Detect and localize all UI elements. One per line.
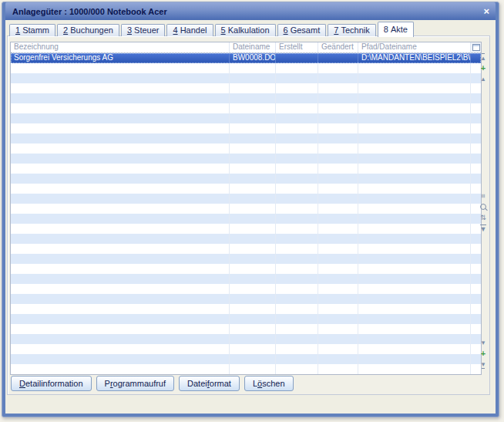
column-header-dateiname[interactable]: Dateiname	[230, 42, 276, 52]
cell-erstellt	[276, 53, 318, 63]
cell-pfad-dateiname	[358, 174, 471, 184]
cell-bezeichnung	[11, 174, 230, 184]
table-row[interactable]	[11, 324, 481, 334]
table-row[interactable]	[11, 143, 481, 154]
cell-dateiname	[230, 354, 276, 364]
cell-erstellt	[276, 224, 318, 234]
cell-geändert	[318, 83, 358, 93]
table-row[interactable]	[11, 123, 481, 133]
table-row[interactable]	[11, 83, 481, 93]
tab-key: 3	[127, 25, 132, 35]
cell-pfad-dateiname	[358, 324, 471, 334]
cell-dateiname	[230, 113, 276, 123]
cell-bezeichnung	[11, 214, 230, 224]
table-row[interactable]	[11, 73, 481, 83]
search-icon[interactable]	[480, 203, 486, 211]
table-row[interactable]	[11, 234, 481, 244]
cell-bezeichnung	[11, 254, 230, 264]
table-row[interactable]	[11, 194, 481, 204]
table-row[interactable]	[11, 113, 481, 123]
scroll-to-bottom-icon[interactable]: ▾	[482, 360, 486, 368]
table-header: BezeichnungDateinameErstelltGeändertPfad…	[11, 42, 481, 53]
akte-tab-panel: BezeichnungDateinameErstelltGeändertPfad…	[7, 35, 490, 395]
table-row[interactable]	[11, 224, 481, 234]
cell-pfad-dateiname	[358, 93, 471, 103]
table-row[interactable]	[11, 314, 481, 324]
cell-pfad-dateiname	[358, 123, 471, 133]
anlagegueter-window: Anlagegüter : 1000/000 Notebook Acer × 1…	[2, 2, 499, 417]
cell-bezeichnung	[11, 133, 230, 143]
table-row[interactable]	[11, 174, 481, 184]
table-row[interactable]	[11, 214, 481, 224]
detailinformation-button[interactable]: Detailinformation	[11, 376, 92, 391]
cell-erstellt	[276, 63, 318, 73]
tab-gesamt[interactable]: 6 Gesamt	[277, 24, 327, 36]
loeschen-button[interactable]: Löschen	[244, 376, 294, 391]
cell-bezeichnung	[11, 63, 230, 73]
table-row[interactable]	[11, 294, 481, 304]
cell-pfad-dateiname	[358, 364, 471, 374]
dateiformat-button[interactable]: Dateiformat	[179, 376, 240, 391]
table-row[interactable]	[11, 364, 481, 374]
table-row[interactable]	[11, 63, 481, 73]
programmaufruf-button[interactable]: Programmaufruf	[96, 376, 175, 391]
table-row[interactable]	[11, 354, 481, 364]
cell-bezeichnung	[11, 113, 230, 123]
tab-technik[interactable]: 7 Technik	[328, 24, 375, 36]
table-row[interactable]	[11, 164, 481, 174]
cell-bezeichnung	[11, 354, 230, 364]
sort-icon[interactable]: ⇅	[480, 214, 486, 221]
table-row[interactable]	[11, 284, 481, 294]
cell-dateiname	[230, 194, 276, 204]
cell-geändert	[318, 93, 358, 103]
columns-icon[interactable]: ≡	[481, 192, 485, 200]
cell-erstellt	[276, 234, 318, 244]
scroll-down-icon[interactable]: ▾	[482, 339, 486, 346]
table-row[interactable]	[11, 254, 481, 264]
table-row[interactable]	[11, 244, 481, 254]
table-body: Sorgenfrei Versicherungs AGBW0008.DOCD:\…	[11, 53, 481, 374]
add-top-icon[interactable]: +	[481, 64, 486, 72]
cell-bezeichnung	[11, 244, 230, 254]
table-row[interactable]	[11, 133, 481, 143]
selected-row[interactable]: Sorgenfrei Versicherungs AGBW0008.DOCD:\…	[11, 53, 481, 63]
tab-handel[interactable]: 4 Handel	[166, 24, 213, 36]
table-row[interactable]	[11, 154, 481, 164]
table-row[interactable]	[11, 103, 481, 113]
cell-pfad-dateiname	[358, 284, 471, 294]
close-icon[interactable]: ×	[483, 6, 489, 16]
cell-erstellt	[276, 294, 318, 304]
table-row[interactable]	[11, 344, 481, 354]
table-row[interactable]	[11, 274, 481, 284]
cell-bezeichnung	[11, 154, 230, 164]
filter-icon[interactable]: ▼	[480, 225, 487, 232]
scroll-up-icon[interactable]: ▴	[482, 75, 486, 83]
tab-stamm[interactable]: 1 Stamm	[9, 24, 55, 36]
table-row[interactable]	[11, 334, 481, 344]
cell-erstellt	[276, 284, 318, 294]
table-row[interactable]	[11, 93, 481, 103]
titlebar[interactable]: Anlagegüter : 1000/000 Notebook Acer ×	[5, 2, 496, 20]
table-row[interactable]	[11, 204, 481, 214]
column-header-pfad-dateiname[interactable]: Pfad/Dateiname	[358, 42, 471, 52]
scroll-to-top-icon[interactable]: ▴	[482, 53, 486, 61]
cell-dateiname	[230, 103, 276, 113]
cell-pfad-dateiname	[358, 304, 471, 314]
column-header-geändert[interactable]: Geändert	[318, 42, 358, 52]
cell-dateiname	[230, 123, 276, 133]
cell-erstellt	[276, 123, 318, 133]
tab-buchungen[interactable]: 2 Buchungen	[57, 24, 119, 36]
tab-akte[interactable]: 8 Akte	[378, 22, 414, 37]
column-header-bezeichnung[interactable]: Bezeichnung	[11, 42, 230, 52]
cell-erstellt	[276, 184, 318, 194]
table-row[interactable]	[11, 304, 481, 314]
tab-steuer[interactable]: 3 Steuer	[121, 24, 166, 36]
table-row[interactable]	[11, 184, 481, 194]
cell-pfad-dateiname	[358, 194, 471, 204]
column-header-erstellt[interactable]: Erstellt	[276, 42, 318, 52]
cell-bezeichnung	[11, 304, 230, 314]
add-bottom-icon[interactable]: +	[481, 349, 486, 357]
table-row[interactable]	[11, 264, 481, 274]
cell-geändert	[318, 174, 358, 184]
tab-kalkulation[interactable]: 5 Kalkulation	[215, 24, 276, 36]
